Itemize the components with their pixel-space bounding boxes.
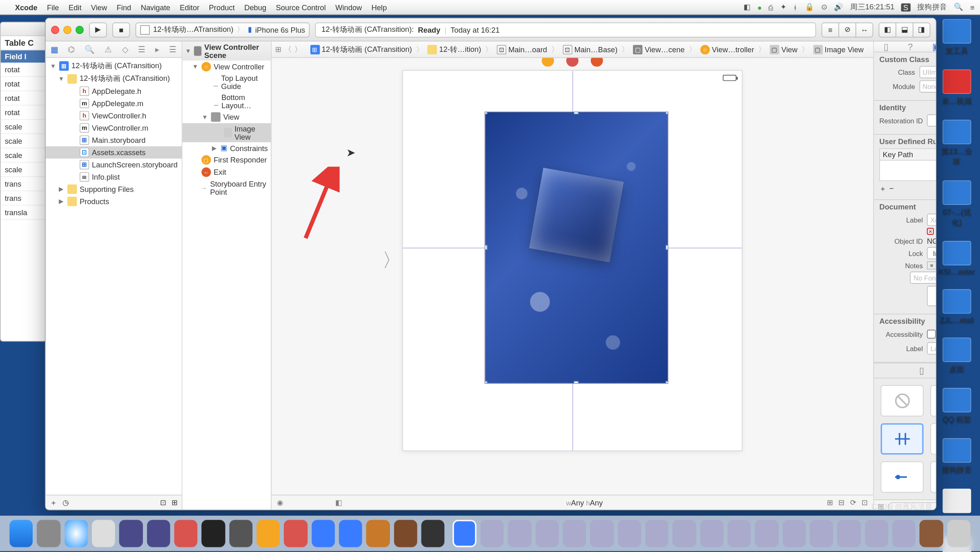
- size-class-control[interactable]: wAny hAny: [347, 499, 822, 507]
- dock-app-icon[interactable]: [147, 520, 170, 547]
- outline-exit[interactable]: ←Exit: [183, 166, 271, 178]
- desktop-icon[interactable]: QQ 框架: [938, 388, 976, 425]
- code-snippet-lib-icon[interactable]: { }: [936, 365, 936, 376]
- tree-file[interactable]: ≣Info.plist: [46, 171, 182, 183]
- bluetooth-icon[interactable]: ᚼ: [793, 3, 798, 11]
- exit-icon[interactable]: [590, 58, 603, 67]
- tree-root[interactable]: ▼⊞12-转场动画 (CATransition): [46, 59, 182, 72]
- notification-icon[interactable]: ≡: [970, 3, 975, 11]
- spotlight-icon[interactable]: 🔍: [954, 3, 963, 12]
- add-button[interactable]: ＋: [50, 497, 57, 507]
- dock-min-window[interactable]: [782, 520, 806, 547]
- identity-inspector-tab-icon[interactable]: ▣: [932, 42, 936, 52]
- crumb-seg[interactable]: ○View…troller: [697, 45, 757, 54]
- desktop-icon[interactable]: 发工具: [938, 19, 976, 56]
- runtime-attributes-table[interactable]: Key PathTypeValue: [879, 148, 936, 181]
- resize-handle[interactable]: [666, 381, 668, 384]
- lock-select[interactable]: Inherited - (Nothing): [927, 247, 936, 259]
- desktop-icon[interactable]: 第13…业班: [938, 120, 976, 167]
- tree-file[interactable]: ⊞Main.storyboard: [46, 134, 182, 146]
- breakpoint-navigator-tab-icon[interactable]: ▸: [155, 45, 159, 54]
- restoration-id-field[interactable]: [927, 114, 936, 127]
- dock-min-window[interactable]: [892, 520, 915, 547]
- resize-handle[interactable]: [484, 381, 487, 384]
- assistant-editor-button[interactable]: ⊘: [838, 22, 856, 37]
- library-item[interactable]: [881, 461, 924, 493]
- dock-app-icon[interactable]: [394, 520, 417, 547]
- first-responder-icon[interactable]: [566, 58, 578, 67]
- app-name[interactable]: Xcode: [15, 3, 38, 11]
- menu-file[interactable]: File: [47, 3, 59, 11]
- outline-scene-header[interactable]: ▼View Controller Scene: [183, 42, 271, 61]
- filter-sc-icon[interactable]: ⊡: [160, 498, 166, 507]
- library-item-selected[interactable]: [881, 423, 924, 455]
- debug-navigator-tab-icon[interactable]: ☰: [138, 45, 145, 54]
- resize-icon[interactable]: ⊡: [862, 498, 868, 507]
- project-navigator-tab-icon[interactable]: ▦: [51, 45, 58, 54]
- dock-min-window[interactable]: [645, 520, 668, 547]
- status-icon[interactable]: ◧: [744, 3, 751, 12]
- dock-trash-icon[interactable]: [947, 520, 971, 547]
- library-item[interactable]: [881, 385, 924, 416]
- status-icon[interactable]: ⎙: [768, 3, 773, 11]
- symbol-navigator-tab-icon[interactable]: ⌬: [68, 45, 75, 54]
- class-field[interactable]: [919, 66, 936, 78]
- outline-entry-point[interactable]: →Storyboard Entry Point: [183, 178, 271, 198]
- tree-file[interactable]: ⊞LaunchScreen.storyboard: [46, 158, 182, 171]
- dock-min-window[interactable]: [508, 520, 531, 547]
- ime-icon[interactable]: S: [901, 3, 910, 11]
- dock-app-icon[interactable]: [339, 520, 362, 547]
- dock-min-window[interactable]: [481, 520, 504, 547]
- dock-app-icon[interactable]: [366, 520, 390, 547]
- toggle-debug-button[interactable]: ⬓: [895, 22, 913, 37]
- notes-format-bar[interactable]: ≡≡≡≡---☐⊘⊡: [927, 261, 936, 269]
- crumb-seg[interactable]: ⊡Main…oard: [494, 45, 550, 54]
- tree-file[interactable]: hViewController.h: [46, 109, 182, 122]
- dock-settings-icon[interactable]: [229, 520, 252, 547]
- label-color-picker[interactable]: ×: [927, 228, 936, 235]
- canvas-body[interactable]: 〉: [271, 58, 873, 495]
- resolve-icon[interactable]: ⟳: [850, 498, 856, 507]
- outline-blg[interactable]: ⎯Bottom Layout…: [183, 92, 271, 111]
- zoom-button[interactable]: [76, 26, 84, 34]
- resize-handle[interactable]: [484, 111, 487, 114]
- menu-debug[interactable]: Debug: [244, 3, 266, 11]
- menu-edit[interactable]: Edit: [69, 3, 82, 11]
- tree-group[interactable]: ▶Products: [46, 195, 182, 207]
- stop-button[interactable]: ■: [112, 22, 130, 37]
- image-view-selected[interactable]: [484, 111, 668, 384]
- crumb-seg[interactable]: ▢Image View: [811, 45, 866, 54]
- filter-icon[interactable]: ⊞: [172, 498, 178, 507]
- outline-view[interactable]: ▼View: [183, 111, 271, 123]
- desktop-icon[interactable]: 桌面: [938, 338, 976, 374]
- crumb-seg[interactable]: ▢View: [767, 45, 800, 54]
- dock-app-icon[interactable]: [421, 520, 445, 547]
- resize-handle[interactable]: [666, 245, 668, 250]
- desktop-icon[interactable]: 未…视频: [938, 69, 976, 106]
- filter-recent-icon[interactable]: ◷: [62, 498, 69, 507]
- dock-finder-icon[interactable]: [9, 520, 33, 547]
- dock-launchpad-icon[interactable]: [37, 520, 60, 547]
- close-button[interactable]: [51, 26, 59, 34]
- desktop-icon[interactable]: ZJL…etail: [938, 289, 976, 324]
- library-item[interactable]: [930, 461, 936, 493]
- crumb-seg[interactable]: 12-转…ition): [425, 44, 484, 54]
- dock-app-icon[interactable]: [92, 520, 115, 547]
- lock-icon[interactable]: 🔒: [805, 3, 814, 12]
- dock-min-window[interactable]: [837, 520, 861, 547]
- dock-min-window[interactable]: [865, 520, 888, 547]
- outline-tlg[interactable]: ⎯Top Layout Guide: [183, 73, 271, 92]
- status-icon[interactable]: ✦: [780, 3, 786, 12]
- dock-min-window[interactable]: [920, 520, 943, 547]
- file-inspector-tab-icon[interactable]: ▯: [884, 42, 889, 52]
- filter-icon[interactable]: ◉: [277, 498, 284, 507]
- toggle-navigator-button[interactable]: ◧: [879, 22, 896, 37]
- dock-terminal-icon[interactable]: [202, 520, 225, 547]
- outline-imageview-selected[interactable]: Image View: [183, 123, 271, 142]
- file-template-lib-icon[interactable]: ▯: [919, 365, 924, 376]
- dock-app-icon[interactable]: [312, 520, 335, 547]
- menu-editor[interactable]: Editor: [180, 3, 199, 11]
- tree-file[interactable]: mViewController.m: [46, 122, 182, 134]
- add-attr-button[interactable]: ＋: [879, 185, 886, 193]
- menu-view[interactable]: View: [91, 3, 107, 11]
